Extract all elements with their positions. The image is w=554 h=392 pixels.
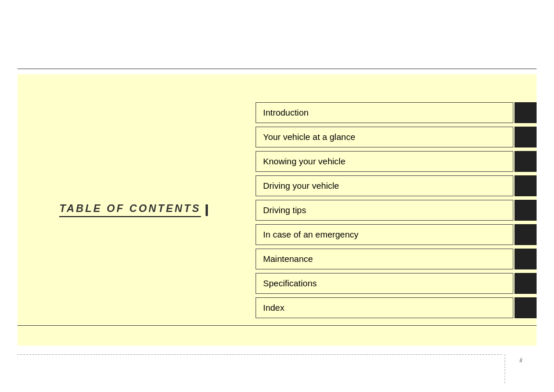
left-section: TABLE OF CONTENTS: [17, 203, 250, 217]
toc-item-introduction[interactable]: Introduction: [256, 102, 513, 123]
toc-row-maintenance[interactable]: Maintenance: [256, 249, 537, 269]
toc-tab-vehicle-at-glance: [515, 127, 537, 148]
toc-row-knowing-vehicle[interactable]: Knowing your vehicle: [256, 151, 537, 172]
toc-row-driving-vehicle[interactable]: Driving your vehicle: [256, 175, 537, 196]
toc-item-emergency[interactable]: In case of an emergency: [256, 224, 513, 245]
toc-row-specifications[interactable]: Specifications: [256, 273, 537, 294]
toc-tab-introduction: [515, 102, 537, 123]
toc-item-knowing-vehicle[interactable]: Knowing your vehicle: [256, 151, 513, 172]
toc-tab-emergency: [515, 224, 537, 245]
toc-tab-driving-tips: [515, 200, 537, 221]
toc-label-maintenance: Maintenance: [263, 254, 313, 264]
toc-item-index[interactable]: Index: [256, 297, 513, 318]
toc-row-vehicle-at-glance[interactable]: Your vehicle at a glance: [256, 127, 537, 148]
toc-label-driving-vehicle: Driving your vehicle: [263, 181, 339, 190]
toc-label-index: Index: [263, 303, 285, 312]
toc-label-wrapper: TABLE OF CONTENTS: [59, 203, 208, 217]
top-divider: [17, 69, 537, 69]
toc-item-driving-tips[interactable]: Driving tips: [256, 200, 513, 221]
bottom-divider: [17, 325, 537, 326]
main-content-area: TABLE OF CONTENTS Introduction Your vehi…: [17, 74, 537, 346]
toc-tab-driving-vehicle: [515, 175, 537, 196]
toc-title: TABLE OF CONTENTS: [59, 203, 201, 214]
toc-tab-index: [515, 297, 537, 318]
dashed-divider: [17, 354, 502, 355]
toc-cursor: [206, 204, 208, 216]
toc-row-index[interactable]: Index: [256, 297, 537, 318]
toc-row-driving-tips[interactable]: Driving tips: [256, 200, 537, 221]
toc-label-specifications: Specifications: [263, 278, 317, 288]
toc-item-maintenance[interactable]: Maintenance: [256, 249, 513, 269]
page-number: ii: [520, 357, 522, 364]
toc-row-introduction[interactable]: Introduction: [256, 102, 537, 123]
toc-tab-specifications: [515, 273, 537, 294]
page-corner: ii: [505, 354, 537, 383]
toc-label-emergency: In case of an emergency: [263, 229, 358, 239]
toc-items-list: Introduction Your vehicle at a glance Kn…: [250, 91, 537, 330]
toc-label-introduction: Introduction: [263, 107, 308, 117]
toc-row-emergency[interactable]: In case of an emergency: [256, 224, 537, 245]
toc-tab-maintenance: [515, 249, 537, 269]
toc-label-knowing-vehicle: Knowing your vehicle: [263, 156, 346, 166]
toc-tab-knowing-vehicle: [515, 151, 537, 172]
toc-label-vehicle-at-glance: Your vehicle at a glance: [263, 132, 355, 142]
toc-item-driving-vehicle[interactable]: Driving your vehicle: [256, 175, 513, 196]
page-container: TABLE OF CONTENTS Introduction Your vehi…: [0, 0, 554, 392]
toc-item-vehicle-at-glance[interactable]: Your vehicle at a glance: [256, 127, 513, 148]
toc-item-specifications[interactable]: Specifications: [256, 273, 513, 294]
toc-label-driving-tips: Driving tips: [263, 205, 306, 215]
toc-underline-wrapper: TABLE OF CONTENTS: [59, 203, 201, 217]
